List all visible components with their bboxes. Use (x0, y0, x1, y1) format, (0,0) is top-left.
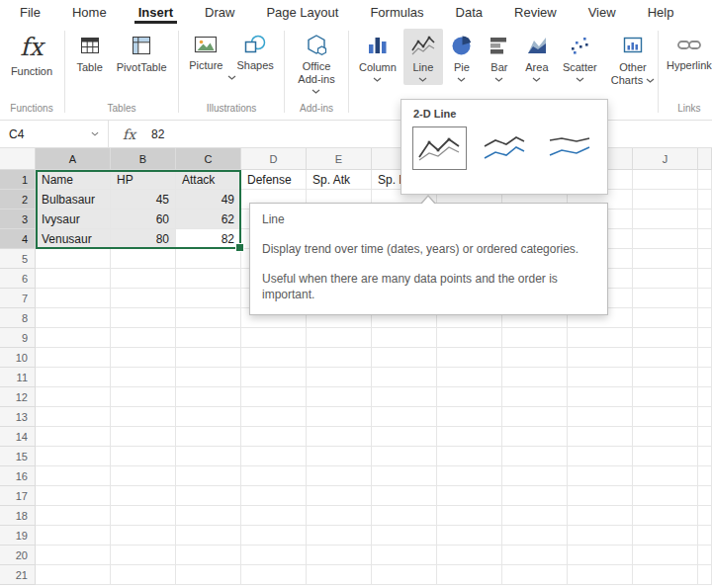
cell-B14[interactable] (111, 427, 176, 447)
cell-C16[interactable] (176, 466, 241, 486)
cell-D1[interactable]: Defense (241, 170, 307, 190)
cell-F18[interactable] (372, 506, 437, 526)
cell-G12[interactable] (437, 387, 502, 407)
row-header-8[interactable]: 8 (0, 308, 36, 328)
cell-C19[interactable] (176, 526, 241, 546)
cell-H12[interactable] (502, 387, 568, 407)
cell-E14[interactable] (307, 427, 372, 447)
cell-B3[interactable]: 60 (111, 210, 176, 229)
cell-C13[interactable] (176, 407, 241, 427)
cell-E16[interactable] (307, 466, 372, 486)
cell-B4[interactable]: 80 (111, 229, 176, 249)
cell-H14[interactable] (502, 427, 568, 447)
row-header-9[interactable]: 9 (0, 328, 36, 348)
cell-F14[interactable] (372, 427, 437, 447)
cell-H11[interactable] (502, 368, 568, 387)
cell-A17[interactable] (36, 486, 111, 506)
cell-H15[interactable] (502, 447, 568, 466)
cell-J5[interactable] (633, 249, 698, 269)
cell-A20[interactable] (36, 546, 111, 565)
cell-B10[interactable] (111, 348, 176, 368)
cell-J14[interactable] (633, 427, 698, 447)
cell-J16[interactable] (633, 466, 698, 486)
cell-I19[interactable] (568, 526, 633, 546)
cell-J2[interactable] (633, 190, 698, 210)
row-header-14[interactable]: 14 (0, 427, 36, 447)
cell-J11[interactable] (633, 368, 698, 387)
hyperlink-button[interactable]: Hyperlink (660, 29, 712, 75)
cell-H20[interactable] (502, 546, 568, 565)
stacked-line-chart-option[interactable] (478, 126, 532, 170)
cell-I20[interactable] (568, 546, 633, 565)
tab-review[interactable]: Review (498, 0, 573, 24)
cell-C6[interactable] (176, 269, 241, 289)
cell-G9[interactable] (437, 328, 502, 348)
cell-I16[interactable] (568, 466, 633, 486)
cell-F12[interactable] (372, 387, 437, 407)
cell-F15[interactable] (372, 447, 437, 466)
bar-chart-button[interactable]: Bar (481, 29, 518, 85)
cell-C4[interactable]: 82 (176, 229, 241, 249)
cell-A4[interactable]: Venusaur (36, 229, 111, 249)
cell-A12[interactable] (36, 387, 111, 407)
cell-D14[interactable] (241, 427, 307, 447)
cell-F11[interactable] (372, 368, 437, 387)
cell-C2[interactable]: 49 (176, 190, 241, 210)
other-charts-button[interactable]: Other Charts (604, 29, 662, 90)
row-header-17[interactable]: 17 (0, 486, 36, 506)
cell-A14[interactable] (36, 427, 111, 447)
name-box[interactable]: C4 (0, 121, 109, 147)
pivottable-button[interactable]: PivotTable (110, 29, 174, 77)
tab-home[interactable]: Home (56, 0, 123, 24)
cell-B5[interactable] (111, 249, 176, 269)
cell-B7[interactable] (111, 289, 176, 308)
column-header-D[interactable]: D (241, 148, 307, 170)
row-header-4[interactable]: 4 (0, 229, 36, 249)
row-header-13[interactable]: 13 (0, 407, 36, 427)
cell-I17[interactable] (568, 486, 633, 506)
table-button[interactable]: Table (69, 29, 109, 77)
cell-G10[interactable] (437, 348, 502, 368)
tab-insert[interactable]: Insert (123, 0, 189, 24)
cell-E21[interactable] (307, 565, 372, 585)
cell-F13[interactable] (372, 407, 437, 427)
row-header-10[interactable]: 10 (0, 348, 36, 368)
cell-J3[interactable] (633, 210, 698, 229)
cell-C20[interactable] (176, 546, 241, 565)
line-chart-button[interactable]: Line (403, 29, 443, 85)
cell-B9[interactable] (111, 328, 176, 348)
scatter-chart-button[interactable]: Scatter (556, 29, 604, 85)
column-header-J[interactable]: J (633, 148, 698, 170)
row-header-7[interactable]: 7 (0, 289, 36, 308)
cell-F21[interactable] (372, 565, 437, 585)
shapes-button[interactable]: Shapes (229, 29, 280, 75)
cell-A16[interactable] (36, 466, 111, 486)
cell-H9[interactable] (502, 328, 568, 348)
cell-A1[interactable]: Name (36, 170, 111, 190)
column-chart-button[interactable]: Column (352, 29, 403, 85)
cell-F10[interactable] (372, 348, 437, 368)
cell-A18[interactable] (36, 506, 111, 526)
cell-H19[interactable] (502, 526, 568, 546)
cell-E10[interactable] (307, 348, 372, 368)
cell-E13[interactable] (307, 407, 372, 427)
cell-G17[interactable] (437, 486, 502, 506)
cell-B19[interactable] (111, 526, 176, 546)
cell-C21[interactable] (176, 565, 241, 585)
cell-C18[interactable] (176, 506, 241, 526)
line-chart-option[interactable] (412, 126, 467, 170)
cell-B17[interactable] (111, 486, 176, 506)
cell-J10[interactable] (633, 348, 698, 368)
formula-input[interactable]: 82 (151, 127, 164, 141)
cell-F9[interactable] (372, 328, 437, 348)
cell-D21[interactable] (241, 565, 307, 585)
cell-A8[interactable] (36, 308, 111, 328)
tab-page-layout[interactable]: Page Layout (250, 0, 354, 24)
cell-J4[interactable] (633, 229, 698, 249)
cell-E19[interactable] (307, 526, 372, 546)
cell-I12[interactable] (568, 387, 633, 407)
cell-C11[interactable] (176, 368, 241, 387)
column-header-A[interactable]: A (36, 148, 111, 170)
cell-D15[interactable] (241, 447, 307, 466)
row-header-16[interactable]: 16 (0, 466, 36, 486)
